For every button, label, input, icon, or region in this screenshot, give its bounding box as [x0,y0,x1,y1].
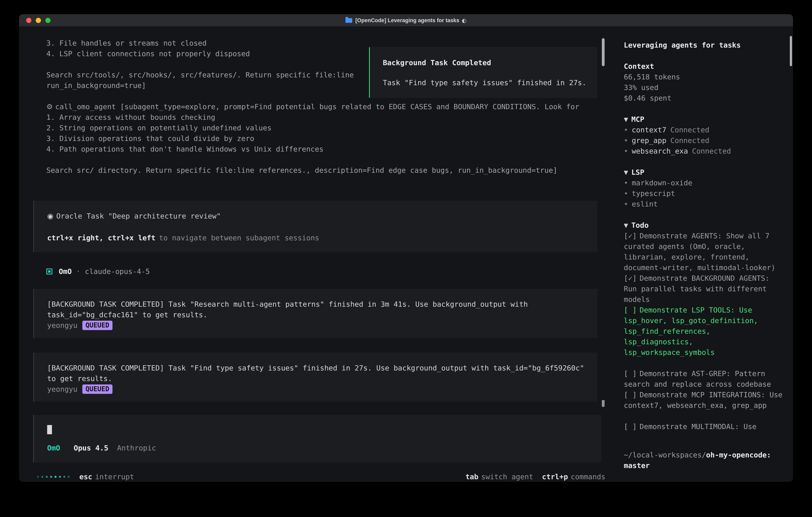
context-section: Context 66,518 tokens 33% used $0.46 spe… [624,61,793,103]
active-model-label: Opus 4.5 [74,444,108,452]
workspace-path: ~/local-workspaces/oh-my-opencode: maste… [624,450,786,471]
window-title: [OpenCode] Leveraging agents for tasks ◐ [19,14,793,27]
scrollback-line: 3. Division operations that could divide… [46,133,616,144]
mcp-item: •grep_appConnected [624,135,793,146]
todo-heading-text: Todo [631,221,649,229]
tool-call-text: call_omo_agent [subagent_type=explore, p… [55,103,579,111]
agent-header[interactable]: OmO · claude-opus-4-5 [46,266,598,277]
todo-text: Demonstrate MULTIMODAL: Use [640,423,756,431]
todo-section: ▼Todo [✓]Demonstrate AGENTS: Show all 7 … [624,220,793,432]
scrollback-line: 2. String operations on potentially unde… [46,123,616,133]
tab-key-label: switch agent [481,471,533,482]
message-text: [BACKGROUND TASK COMPLETED] Task "Resear… [47,299,584,320]
status-badge: QUEUED [82,384,113,394]
window-title-text: [OpenCode] Leveraging agents for tasks [355,15,459,26]
separator-dot: · [76,266,81,277]
scrollback-line: Search src/ directory. Return specific f… [46,165,616,175]
agent-name: OmO [59,266,72,277]
lsp-item: •typescript [624,188,793,199]
lsp-section-header[interactable]: ▼LSP [624,167,793,178]
message-card: [BACKGROUND TASK COMPLETED] Task "Find t… [33,353,598,402]
hint-keys: ctrl+x right, ctrl+x left [47,234,155,242]
sidebar-scrollbar-thumb[interactable] [790,36,792,66]
bullet-icon: • [624,189,628,197]
mcp-name: context7 [632,126,666,134]
todo-section-header[interactable]: ▼Todo [624,220,793,230]
mcp-name: grep_app [632,136,666,144]
chevron-down-icon: ▼ [624,168,628,176]
tab-key-hint: tab [465,471,478,482]
active-agent-label: OmO [47,444,60,452]
terminal-window: [OpenCode] Leveraging agents for tasks ◐… [19,14,793,482]
bullet-icon: • [624,136,628,144]
mcp-status: Connected [670,136,709,144]
prompt-input[interactable]: OmO Opus 4.5 Anthropic [33,415,601,462]
activity-spinner [37,476,70,478]
mcp-item: •context7Connected [624,125,793,135]
text-cursor [47,425,52,434]
workspace-path-bold: oh-my-opencode: [706,451,771,459]
scrollback-line: 1. Array access without bounds checking [46,112,616,123]
commands-key-label: commands [571,471,605,482]
oracle-task-title-text: Oracle Task "Deep architecture review" [56,212,221,220]
checkbox-empty-icon: [ ] [624,391,637,399]
lsp-name: markdown-oxide [632,179,692,187]
lsp-section: ▼LSP •markdown-oxide •typescript •eslint [624,167,793,209]
status-bar: esc interrupt tab switch agent ctrl+p co… [37,471,605,482]
mcp-section: ▼MCP •context7Connected •grep_appConnect… [624,114,793,156]
workspace-branch: master [624,460,786,471]
status-badge: QUEUED [82,321,113,330]
main-scrollbar-marker[interactable] [602,400,605,407]
context-used: 33% used [624,82,793,93]
todo-item: [✓]Demonstrate BACKGROUND AGENTS: Run pa… [624,273,784,305]
mcp-status: Connected [670,126,709,134]
lsp-heading-text: LSP [631,168,644,176]
half-circle-icon: ◐ [462,15,467,26]
folder-icon [345,18,352,23]
esc-key-hint: esc [79,471,92,482]
bullet-icon: • [624,200,628,208]
chevron-down-icon: ▼ [624,115,628,124]
lsp-name: eslint [632,200,658,208]
esc-key-label: interrupt [95,471,134,482]
chevron-down-icon: ▼ [624,221,628,229]
context-tokens: 66,518 tokens [624,72,793,82]
todo-item: [✓]Demonstrate AGENTS: Show all 7 curate… [624,230,784,273]
checkbox-empty-icon: [ ] [624,306,637,314]
gear-icon: ⚙ [46,103,53,111]
scrollback-line: 4. Path operations that don't handle Win… [46,144,616,154]
agent-square-icon [46,269,52,274]
message-author: yeongyu [47,384,78,394]
input-status-line: OmO Opus 4.5 Anthropic [47,443,588,453]
lsp-item: •eslint [624,199,793,209]
provider-label: Anthropic [117,444,156,452]
titlebar: [OpenCode] Leveraging agents for tasks ◐ [19,14,793,27]
commands-key-hint: ctrl+p [542,471,568,482]
background-task-toast: Background Task Completed Task "Find typ… [369,47,598,98]
bullet-icon: • [624,147,628,155]
todo-text: Demonstrate MCP INTEGRATIONS: Use contex… [624,391,782,409]
todo-text: Demonstrate LSP TOOLS: Use lsp_hover, ls… [624,306,758,356]
checkbox-checked-icon: [✓] [624,232,637,240]
todo-text: Demonstrate BACKGROUND AGENTS: Run paral… [624,274,770,303]
lsp-item: •markdown-oxide [624,178,793,188]
chat-pane: 3. File handles or streams not closed 4.… [19,27,616,482]
message-author: yeongyu [47,320,78,331]
checkbox-empty-icon: [ ] [624,423,637,431]
workspace-path-dim: ~/local-workspaces/ [624,451,706,459]
navigation-hint: ctrl+x right, ctrl+x leftto navigate bet… [47,233,584,243]
toast-title: Background Task Completed [383,57,589,68]
bullet-icon: • [624,126,628,134]
session-title: Leveraging agents for tasks [624,40,793,50]
hint-text: to navigate between subagent sessions [159,234,319,242]
context-spent: $0.46 spent [624,93,793,103]
main-scrollbar-thumb[interactable] [602,38,605,66]
context-heading: Context [624,61,793,72]
todo-text: Demonstrate AGENTS: Show all 7 curated a… [624,232,776,272]
todo-text: Demonstrate AST-GREP: Pattern search and… [624,370,771,388]
tool-call-line: ⚙call_omo_agent [subagent_type=explore, … [46,101,616,112]
todo-item: [ ]Demonstrate LSP TOOLS: Use lsp_hover,… [624,305,784,358]
mcp-status: Connected [692,147,731,155]
mcp-section-header[interactable]: ▼MCP [624,114,793,125]
agent-model: claude-opus-4-5 [85,266,150,277]
